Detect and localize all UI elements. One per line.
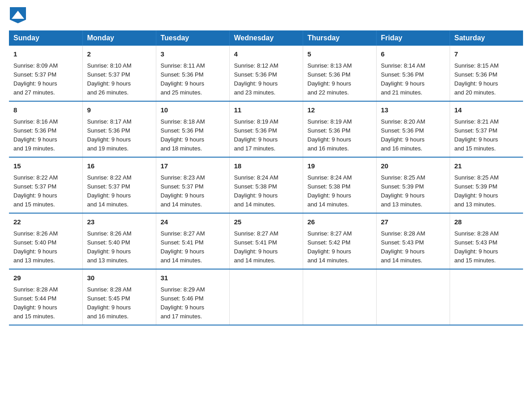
- calendar-cell: 14Sunrise: 8:21 AMSunset: 5:37 PMDayligh…: [450, 101, 523, 157]
- day-info: Sunrise: 8:27 AMSunset: 5:41 PMDaylight:…: [161, 229, 225, 265]
- calendar-cell: 5Sunrise: 8:13 AMSunset: 5:36 PMDaylight…: [303, 46, 376, 101]
- calendar-cell: [376, 269, 450, 325]
- day-number: 13: [381, 105, 445, 116]
- day-number: 10: [161, 105, 225, 116]
- day-number: 18: [234, 161, 298, 171]
- day-number: 26: [308, 217, 372, 227]
- calendar-cell: 21Sunrise: 8:25 AMSunset: 5:39 PMDayligh…: [450, 157, 523, 213]
- day-number: 7: [455, 49, 519, 60]
- logo-icon: [10, 7, 26, 23]
- calendar-cell: 20Sunrise: 8:25 AMSunset: 5:39 PMDayligh…: [376, 157, 450, 213]
- calendar-cell: 8Sunrise: 8:16 AMSunset: 5:36 PMDaylight…: [9, 101, 82, 157]
- day-info: Sunrise: 8:22 AMSunset: 5:37 PMDaylight:…: [87, 173, 151, 210]
- day-number: 9: [87, 105, 151, 116]
- day-number: 12: [308, 105, 372, 116]
- calendar-cell: 11Sunrise: 8:19 AMSunset: 5:36 PMDayligh…: [229, 101, 303, 157]
- day-info: Sunrise: 8:25 AMSunset: 5:39 PMDaylight:…: [381, 173, 445, 210]
- calendar-cell: 16Sunrise: 8:22 AMSunset: 5:37 PMDayligh…: [82, 157, 156, 213]
- day-info: Sunrise: 8:28 AMSunset: 5:45 PMDaylight:…: [87, 285, 151, 321]
- header-saturday: Saturday: [450, 30, 523, 46]
- day-info: Sunrise: 8:15 AMSunset: 5:36 PMDaylight:…: [455, 61, 519, 98]
- calendar-cell: 23Sunrise: 8:26 AMSunset: 5:40 PMDayligh…: [82, 213, 156, 269]
- header-tuesday: Tuesday: [156, 30, 229, 46]
- day-number: 31: [161, 273, 225, 283]
- calendar-cell: 12Sunrise: 8:19 AMSunset: 5:36 PMDayligh…: [303, 101, 376, 157]
- day-number: 2: [87, 49, 151, 60]
- day-info: Sunrise: 8:13 AMSunset: 5:36 PMDaylight:…: [308, 61, 372, 98]
- day-info: Sunrise: 8:11 AMSunset: 5:36 PMDaylight:…: [161, 61, 225, 98]
- day-number: 19: [308, 161, 372, 171]
- calendar-cell: 26Sunrise: 8:27 AMSunset: 5:42 PMDayligh…: [303, 213, 376, 269]
- calendar-cell: 22Sunrise: 8:26 AMSunset: 5:40 PMDayligh…: [9, 213, 82, 269]
- calendar-cell: [303, 269, 376, 325]
- day-number: 8: [13, 105, 78, 116]
- day-number: 1: [13, 49, 78, 60]
- header-friday: Friday: [376, 30, 450, 46]
- day-number: 5: [308, 49, 372, 60]
- calendar-week-row: 8Sunrise: 8:16 AMSunset: 5:36 PMDaylight…: [9, 101, 523, 157]
- calendar-week-row: 29Sunrise: 8:28 AMSunset: 5:44 PMDayligh…: [9, 269, 523, 325]
- day-number: 23: [87, 217, 151, 227]
- day-info: Sunrise: 8:25 AMSunset: 5:39 PMDaylight:…: [455, 173, 519, 210]
- day-info: Sunrise: 8:28 AMSunset: 5:44 PMDaylight:…: [13, 285, 78, 321]
- day-info: Sunrise: 8:19 AMSunset: 5:36 PMDaylight:…: [234, 117, 298, 154]
- day-info: Sunrise: 8:16 AMSunset: 5:36 PMDaylight:…: [13, 117, 78, 154]
- calendar-header-row: SundayMondayTuesdayWednesdayThursdayFrid…: [9, 30, 523, 46]
- day-info: Sunrise: 8:21 AMSunset: 5:37 PMDaylight:…: [455, 117, 519, 154]
- page-header: [9, 9, 523, 21]
- calendar-cell: 3Sunrise: 8:11 AMSunset: 5:36 PMDaylight…: [156, 46, 229, 101]
- calendar-cell: 13Sunrise: 8:20 AMSunset: 5:36 PMDayligh…: [376, 101, 450, 157]
- day-info: Sunrise: 8:19 AMSunset: 5:36 PMDaylight:…: [308, 117, 372, 154]
- day-info: Sunrise: 8:17 AMSunset: 5:36 PMDaylight:…: [87, 117, 151, 154]
- calendar-table: SundayMondayTuesdayWednesdayThursdayFrid…: [9, 30, 523, 325]
- day-info: Sunrise: 8:18 AMSunset: 5:36 PMDaylight:…: [161, 117, 225, 154]
- day-number: 4: [234, 49, 298, 60]
- day-info: Sunrise: 8:24 AMSunset: 5:38 PMDaylight:…: [234, 173, 298, 210]
- day-number: 27: [381, 217, 445, 227]
- day-number: 29: [13, 273, 78, 283]
- calendar-cell: 31Sunrise: 8:29 AMSunset: 5:46 PMDayligh…: [156, 269, 229, 325]
- calendar-cell: [450, 269, 523, 325]
- day-number: 30: [87, 273, 151, 283]
- day-info: Sunrise: 8:22 AMSunset: 5:37 PMDaylight:…: [13, 173, 78, 210]
- day-info: Sunrise: 8:29 AMSunset: 5:46 PMDaylight:…: [161, 285, 225, 321]
- day-number: 14: [455, 105, 519, 116]
- day-number: 16: [87, 161, 151, 171]
- calendar-cell: 29Sunrise: 8:28 AMSunset: 5:44 PMDayligh…: [9, 269, 82, 325]
- calendar-cell: 30Sunrise: 8:28 AMSunset: 5:45 PMDayligh…: [82, 269, 156, 325]
- day-number: 3: [161, 49, 225, 60]
- day-info: Sunrise: 8:09 AMSunset: 5:37 PMDaylight:…: [13, 61, 78, 98]
- calendar-cell: 7Sunrise: 8:15 AMSunset: 5:36 PMDaylight…: [450, 46, 523, 101]
- day-number: 20: [381, 161, 445, 171]
- header-sunday: Sunday: [9, 30, 82, 46]
- header-wednesday: Wednesday: [229, 30, 303, 46]
- calendar-cell: 10Sunrise: 8:18 AMSunset: 5:36 PMDayligh…: [156, 101, 229, 157]
- day-number: 28: [455, 217, 519, 227]
- calendar-cell: 17Sunrise: 8:23 AMSunset: 5:37 PMDayligh…: [156, 157, 229, 213]
- day-number: 22: [13, 217, 78, 227]
- calendar-cell: 9Sunrise: 8:17 AMSunset: 5:36 PMDaylight…: [82, 101, 156, 157]
- day-number: 24: [161, 217, 225, 227]
- day-number: 25: [234, 217, 298, 227]
- header-thursday: Thursday: [303, 30, 376, 46]
- day-info: Sunrise: 8:26 AMSunset: 5:40 PMDaylight:…: [87, 229, 151, 265]
- day-info: Sunrise: 8:12 AMSunset: 5:36 PMDaylight:…: [234, 61, 298, 98]
- calendar-week-row: 1Sunrise: 8:09 AMSunset: 5:37 PMDaylight…: [9, 46, 523, 101]
- day-info: Sunrise: 8:27 AMSunset: 5:42 PMDaylight:…: [308, 229, 372, 265]
- calendar-cell: 6Sunrise: 8:14 AMSunset: 5:36 PMDaylight…: [376, 46, 450, 101]
- day-info: Sunrise: 8:23 AMSunset: 5:37 PMDaylight:…: [161, 173, 225, 210]
- day-info: Sunrise: 8:14 AMSunset: 5:36 PMDaylight:…: [381, 61, 445, 98]
- day-number: 21: [455, 161, 519, 171]
- calendar-cell: 25Sunrise: 8:27 AMSunset: 5:41 PMDayligh…: [229, 213, 303, 269]
- calendar-week-row: 15Sunrise: 8:22 AMSunset: 5:37 PMDayligh…: [9, 157, 523, 213]
- calendar-cell: 15Sunrise: 8:22 AMSunset: 5:37 PMDayligh…: [9, 157, 82, 213]
- day-number: 6: [381, 49, 445, 60]
- day-number: 17: [161, 161, 225, 171]
- day-number: 11: [234, 105, 298, 116]
- calendar-cell: 18Sunrise: 8:24 AMSunset: 5:38 PMDayligh…: [229, 157, 303, 213]
- day-info: Sunrise: 8:28 AMSunset: 5:43 PMDaylight:…: [381, 229, 445, 265]
- day-info: Sunrise: 8:27 AMSunset: 5:41 PMDaylight:…: [234, 229, 298, 265]
- day-info: Sunrise: 8:26 AMSunset: 5:40 PMDaylight:…: [13, 229, 78, 265]
- header-monday: Monday: [82, 30, 156, 46]
- logo: [9, 9, 26, 21]
